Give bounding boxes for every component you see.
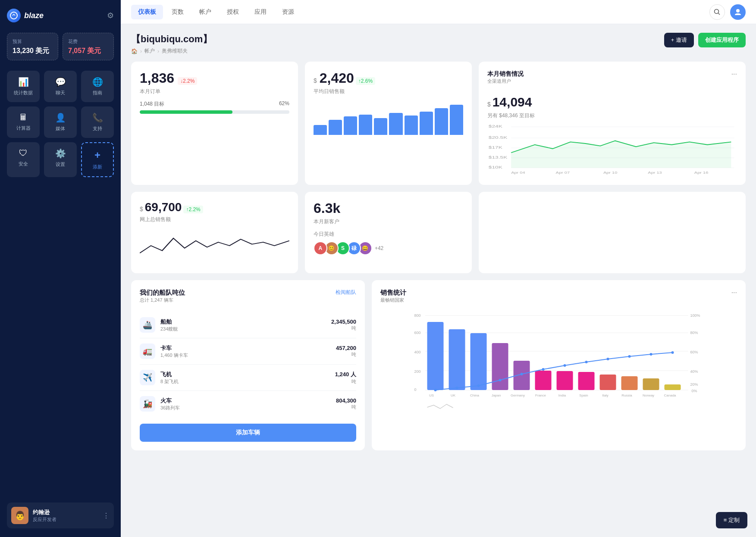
svg-point-52 [649, 353, 652, 356]
tab-pages[interactable]: 页数 [165, 5, 191, 19]
truck-icon: 🚛 [140, 343, 155, 359]
sidebar-item-label: 添新 [93, 164, 102, 170]
svg-rect-39 [621, 376, 637, 390]
top-nav-actions [709, 4, 746, 20]
sidebar-item-media[interactable]: 👤 媒体 [44, 106, 77, 138]
mini-bar [405, 116, 418, 135]
svg-text:60%: 60% [690, 350, 698, 354]
orders-label: 本月订单 [140, 88, 289, 95]
fleet-number-train: 804,300 [336, 397, 356, 404]
svg-text:200: 200 [414, 369, 420, 374]
svg-text:80%: 80% [690, 331, 698, 335]
svg-text:$24K: $24K [489, 124, 502, 128]
create-app-button[interactable]: 创建应用程序 [698, 33, 746, 47]
avg-sales-card: $ 2,420 ↑2.6% 平均日销售额 [305, 62, 472, 185]
sales-card-header: 本月销售情况 全渠道用户 ··· [487, 70, 737, 84]
expense-card: 花费 7,057 美元 [63, 33, 114, 60]
svg-text:China: China [470, 393, 479, 397]
svg-text:0: 0 [414, 387, 416, 392]
breadcrumb-sep1: › [140, 48, 142, 54]
sales-stats-sub: 最畅销国家 [380, 297, 406, 303]
fleet-unit-truck: 吨 [336, 351, 356, 358]
budget-cards: 预算 13,230 美元 花费 7,057 美元 [7, 33, 114, 60]
tab-dashboard[interactable]: 仪表板 [131, 5, 163, 19]
search-icon [714, 9, 721, 16]
tab-apps[interactable]: 应用 [248, 5, 273, 19]
fleet-name-train: 火车 [160, 397, 331, 405]
monthly-sales-more[interactable]: ··· [731, 70, 737, 78]
breadcrumb-sep2: › [157, 48, 159, 54]
svg-point-42 [434, 389, 436, 391]
fleet-info-truck: 卡车 1,460 辆卡车 [160, 344, 331, 359]
customize-button[interactable]: ≡ 定制 [716, 512, 747, 528]
user-avatar-top[interactable] [730, 4, 746, 20]
sidebar: blaze ⚙ 预算 13,230 美元 花费 7,057 美元 📊 统计数据 … [0, 0, 121, 537]
sales-stats-more[interactable]: ··· [731, 289, 737, 297]
sidebar-item-guide[interactable]: 🌐 指南 [81, 71, 114, 102]
sidebar-item-support[interactable]: 📞 支持 [81, 106, 114, 138]
hero-label: 今日英雄 [314, 231, 463, 238]
tab-account[interactable]: 帐户 [192, 5, 218, 19]
sales-stats-title: 销售统计 [380, 289, 406, 297]
mini-bar [389, 113, 402, 135]
progress-bar [140, 110, 289, 114]
svg-text:UK: UK [451, 393, 456, 397]
bottom-section: 我们的船队吨位 总计 1,247 辆车 检阅船队 🚢 船舶 234艘舰 2,34… [131, 280, 746, 450]
new-customers-card: 6.3k 本月新客户 今日英雄 A 😊 S 碌 😄 +42 [305, 192, 472, 273]
sidebar-item-calc[interactable]: 🖩 计算器 [7, 106, 40, 138]
progress-fill [140, 110, 232, 114]
sidebar-item-chat[interactable]: 💬 聊天 [44, 71, 77, 102]
mini-bar [435, 108, 448, 135]
user-info: 约翰逊 反应开发者 [33, 509, 98, 523]
svg-rect-36 [556, 371, 573, 390]
svg-text:Canada: Canada [664, 393, 676, 397]
mini-bar [344, 116, 357, 135]
sidebar-item-add[interactable]: + 添新 [81, 142, 114, 177]
sidebar-header: blaze ⚙ [7, 9, 114, 22]
ship-icon: 🚢 [140, 317, 155, 333]
mini-bar [359, 115, 372, 135]
breadcrumb-item: 奥弗维耶夫 [162, 47, 188, 55]
svg-text:Germany: Germany [511, 393, 525, 397]
breadcrumb-account[interactable]: 帐户 [144, 47, 155, 55]
progress-pct-label: 62% [279, 100, 289, 108]
mini-bar [374, 118, 387, 135]
sidebar-settings-icon[interactable]: ⚙ [107, 11, 114, 20]
search-button[interactable] [709, 4, 725, 20]
fleet-header: 我们的船队吨位 总计 1,247 辆车 检阅船队 [140, 289, 356, 310]
sidebar-item-label: 支持 [93, 125, 102, 132]
sidebar-item-stats[interactable]: 📊 统计数据 [7, 71, 40, 102]
sidebar-item-security[interactable]: 🛡 安全 [7, 142, 40, 177]
budget-label: 预算 [13, 38, 53, 45]
media-icon: 👤 [55, 112, 66, 123]
svg-point-48 [563, 364, 566, 367]
progress-target-label: 1,048 目标 [140, 100, 164, 108]
svg-text:Apr 16: Apr 16 [694, 171, 708, 175]
total-dollar: $ [140, 206, 143, 212]
breadcrumb-home[interactable]: 🏠 [131, 48, 138, 54]
mini-bar [314, 125, 327, 135]
calc-icon: 🖩 [19, 112, 28, 122]
user-role: 反应开发者 [33, 516, 98, 523]
fleet-sub: 总计 1,247 辆车 [140, 297, 185, 303]
invite-button[interactable]: + 邀请 [664, 33, 694, 47]
mini-bar [329, 120, 342, 135]
sidebar-item-settings[interactable]: ⚙️ 设置 [44, 142, 77, 177]
tab-resources[interactable]: 资源 [275, 5, 301, 19]
add-vehicle-button[interactable]: 添加车辆 [140, 424, 356, 442]
sidebar-item-label: 计算器 [16, 125, 31, 131]
svg-text:Norway: Norway [643, 393, 654, 397]
wave-chart [140, 228, 289, 263]
sidebar-item-label: 聊天 [56, 90, 65, 96]
mini-bars [314, 100, 463, 135]
expense-label: 花费 [68, 38, 108, 45]
user-menu-icon[interactable]: ⋮ [103, 512, 110, 520]
tab-auth[interactable]: 授权 [220, 5, 246, 19]
sales-dollar: $ [487, 101, 491, 108]
fleet-item-train: 🚂 火车 36路列车 804,300 吨 [140, 391, 356, 417]
fleet-count-ship: 234艘舰 [160, 326, 326, 332]
svg-point-50 [606, 358, 609, 360]
svg-point-49 [585, 361, 587, 363]
view-fleet-button[interactable]: 检阅船队 [336, 289, 356, 296]
sales-amount: 14,094 [492, 95, 532, 109]
